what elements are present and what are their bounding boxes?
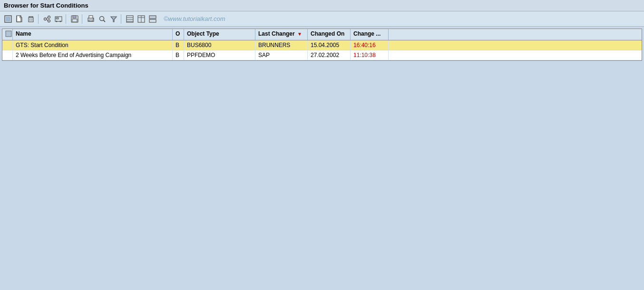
table-row[interactable]: GTS: Start Condition B BUS6800 BRUNNERS … (2, 40, 642, 50)
layout1-button[interactable] (125, 14, 135, 24)
main-window: Browser for Start Conditions (0, 0, 644, 290)
content-area: Name O Object Type Last Changer ▼ Change… (0, 27, 644, 290)
col-header-changed-on[interactable]: Changed On (308, 29, 351, 40)
find-button[interactable] (97, 14, 107, 24)
toolbar: ©www.tutorialkart.com (0, 11, 644, 27)
col-header-name[interactable]: Name (13, 29, 173, 40)
row-object-type-2: PPFDEMO (184, 50, 255, 60)
svg-point-11 (48, 19, 50, 22)
print-button[interactable] (86, 14, 96, 24)
svg-point-10 (48, 16, 50, 18)
col-header-last-changer[interactable]: Last Changer ▼ (255, 29, 308, 40)
row-change-time-1: 16:40:16 (351, 40, 389, 50)
sort-arrow: ▼ (297, 31, 302, 37)
row-changed-on-2: 27.02.2002 (308, 50, 351, 60)
new-button[interactable] (14, 14, 25, 24)
svg-rect-35 (149, 16, 156, 19)
separator-4 (121, 14, 123, 24)
col-header-o[interactable]: O (173, 29, 184, 40)
svg-line-26 (104, 20, 106, 22)
copy-button[interactable] (42, 14, 52, 24)
window-title: Browser for Start Conditions (4, 2, 88, 9)
grid-header: Name O Object Type Last Changer ▼ Change… (2, 29, 642, 40)
delete-button[interactable] (26, 14, 36, 24)
svg-rect-15 (56, 18, 59, 19)
transport-button[interactable] (53, 14, 64, 24)
row-last-changer-1: BRUNNERS (255, 40, 308, 50)
svg-rect-36 (149, 19, 156, 22)
select-all-button[interactable] (3, 14, 13, 24)
svg-line-13 (47, 19, 48, 20)
layout2-button[interactable] (136, 14, 146, 24)
svg-rect-20 (72, 19, 77, 22)
svg-point-9 (44, 18, 47, 20)
row-check-1[interactable] (2, 40, 13, 50)
row-o-2: B (173, 50, 184, 60)
svg-rect-19 (73, 16, 76, 18)
col-header-object-type[interactable]: Object Type (184, 29, 255, 40)
row-last-changer-2: SAP (255, 50, 308, 60)
layout3-button[interactable] (147, 14, 158, 24)
svg-rect-23 (89, 20, 93, 21)
row-object-type-1: BUS6800 (184, 40, 255, 50)
svg-marker-27 (111, 17, 117, 22)
svg-rect-3 (29, 18, 33, 22)
row-changed-on-1: 15.04.2005 (308, 40, 351, 50)
row-check-2[interactable] (2, 50, 13, 60)
svg-point-24 (93, 19, 94, 19)
data-grid: Name O Object Type Last Changer ▼ Change… (2, 29, 642, 61)
separator-1 (38, 14, 40, 24)
separator-3 (82, 14, 84, 24)
col-header-change-time[interactable]: Change ... (351, 29, 389, 40)
svg-line-12 (47, 18, 48, 19)
row-change-time-2: 11:10:38 (351, 50, 389, 60)
save-button[interactable] (69, 14, 80, 24)
svg-rect-22 (89, 16, 93, 18)
svg-point-25 (100, 16, 104, 20)
row-name-1: GTS: Start Condition (13, 40, 173, 50)
title-bar: Browser for Start Conditions (0, 0, 644, 11)
svg-rect-1 (6, 17, 10, 21)
watermark-text: ©www.tutorialkart.com (164, 15, 225, 22)
col-header-check (2, 29, 13, 40)
separator-2 (66, 14, 68, 24)
filter-button[interactable] (108, 14, 119, 24)
svg-rect-37 (6, 31, 11, 37)
row-name-2: 2 Weeks Before End of Advertising Campai… (13, 50, 173, 60)
svg-point-17 (60, 20, 61, 22)
table-row[interactable]: 2 Weeks Before End of Advertising Campai… (2, 50, 642, 60)
svg-point-16 (56, 20, 58, 22)
row-o-1: B (173, 40, 184, 50)
